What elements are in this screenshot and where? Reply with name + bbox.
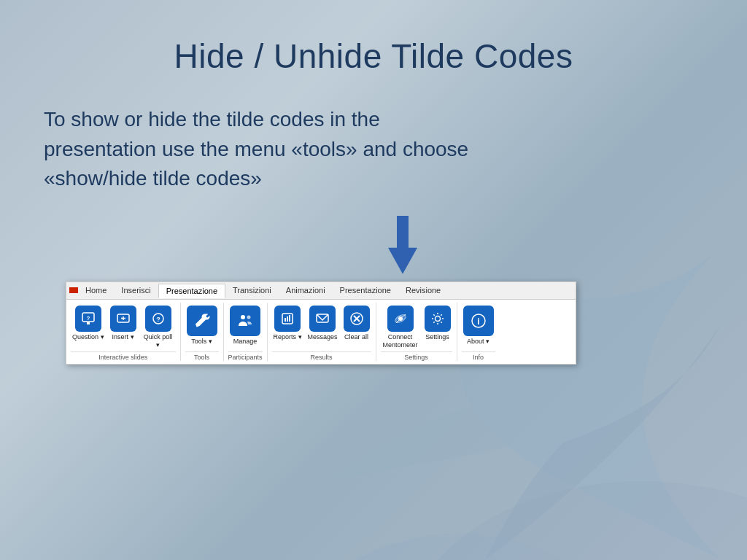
about-icon: i <box>463 306 494 336</box>
ribbon-item-quickpoll[interactable]: ? Quick poll ▾ <box>141 304 176 351</box>
ribbon-tabs-bar: Home Inserisci Presentazione Transizioni… <box>66 282 576 300</box>
ribbon-group-participants: Manage Participants <box>224 303 268 362</box>
ribbon-tab-presentazione[interactable]: Presentazione <box>158 284 225 298</box>
settings-icon <box>425 306 451 332</box>
ribbon-item-question[interactable]: ? Question ▾ <box>71 304 106 343</box>
ribbon-item-tools[interactable]: Tools ▾ <box>185 304 219 347</box>
manage-label: Manage <box>233 338 258 346</box>
ribbon-item-clear-all[interactable]: Clear all <box>342 304 371 343</box>
svg-text:?: ? <box>86 315 90 322</box>
ribbon-item-settings[interactable]: Settings <box>423 304 452 343</box>
settings-group-label: Settings <box>381 351 452 361</box>
ribbon-item-connect[interactable]: Connect Mentometer <box>381 304 420 351</box>
ribbon-item-insert[interactable]: Insert ▾ <box>109 304 138 343</box>
svg-point-22 <box>435 316 440 321</box>
svg-rect-3 <box>87 322 90 324</box>
messages-label: Messages <box>308 333 338 341</box>
participants-label: Participants <box>228 351 263 361</box>
connect-icon <box>387 306 414 332</box>
connect-label: Connect Mentometer <box>382 333 419 349</box>
tools-group-label: Tools <box>185 351 219 361</box>
ribbon-group-info: i About ▾ Info <box>457 303 500 362</box>
ribbon-group-results: Reports ▾ Messages Clear all <box>268 303 376 362</box>
settings-label: Settings <box>425 333 449 341</box>
question-label: Question ▾ <box>72 333 104 341</box>
question-icon: ? <box>75 306 101 332</box>
down-arrow-icon <box>388 216 417 274</box>
reports-icon <box>274 306 301 332</box>
ribbon-interactive-icons: ? Question ▾ Insert ▾ ? <box>71 303 176 352</box>
ribbon-app-icon <box>69 287 78 293</box>
ribbon-tab-transizioni[interactable]: Transizioni <box>225 284 279 297</box>
ribbon-info-icons: i About ▾ <box>462 303 495 352</box>
tools-icon <box>187 306 217 336</box>
tools-label: Tools ▾ <box>191 338 212 346</box>
manage-icon <box>230 306 260 336</box>
ribbon-settings-icons: Connect Mentometer Settings <box>381 303 452 352</box>
ribbon-tab-inserisci[interactable]: Inserisci <box>114 284 158 297</box>
about-label: About ▾ <box>467 338 489 346</box>
svg-point-9 <box>241 315 245 319</box>
clear-all-icon <box>344 306 370 332</box>
ribbon-tab-presentazione2[interactable]: Presentazione <box>333 284 398 297</box>
insert-icon <box>110 306 136 332</box>
reports-label: Reports ▾ <box>274 333 302 341</box>
messages-icon <box>309 306 336 332</box>
ribbon-tab-revisione[interactable]: Revisione <box>398 284 448 297</box>
svg-rect-13 <box>287 316 288 322</box>
ribbon-item-about[interactable]: i About ▾ <box>462 304 495 347</box>
slide-title: Hide / Unhide Tilde Codes <box>44 36 703 76</box>
svg-text:?: ? <box>156 316 160 323</box>
ribbon-group-settings: Connect Mentometer Settings Settings <box>376 303 457 362</box>
info-group-label: Info <box>462 351 495 361</box>
results-label: Results <box>272 351 371 361</box>
ribbon-participants-icons: Manage <box>228 303 262 352</box>
interactive-slides-label: Interactive slides <box>71 351 176 361</box>
ribbon-item-reports[interactable]: Reports ▾ <box>272 304 303 343</box>
ribbon-results-icons: Reports ▾ Messages Clear all <box>272 303 371 352</box>
ribbon-body: ? Question ▾ Insert ▾ ? <box>66 300 576 365</box>
svg-text:i: i <box>477 316 479 327</box>
arrow-container <box>102 216 703 274</box>
ribbon-mockup: Home Inserisci Presentazione Transizioni… <box>66 281 576 365</box>
svg-rect-12 <box>285 318 286 322</box>
insert-label: Insert ▾ <box>112 333 134 341</box>
svg-rect-14 <box>289 315 290 322</box>
body-line3: «show/hide tilde codes» <box>44 167 262 190</box>
svg-point-10 <box>247 315 251 319</box>
ribbon-tab-animazioni[interactable]: Animazioni <box>279 284 333 297</box>
quickpoll-label: Quick poll ▾ <box>142 333 174 349</box>
quickpoll-icon: ? <box>145 306 171 332</box>
ribbon-group-interactive-slides: ? Question ▾ Insert ▾ ? <box>66 303 181 362</box>
clear-all-label: Clear all <box>344 333 368 341</box>
slide-body: To show or hide the tilde codes in the p… <box>44 105 686 194</box>
ribbon-group-tools: Tools ▾ Tools <box>181 303 224 362</box>
ribbon-item-manage[interactable]: Manage <box>228 304 262 347</box>
ribbon-tab-home[interactable]: Home <box>78 284 114 297</box>
body-line1: To show or hide the tilde codes in the <box>44 108 380 131</box>
ribbon-tools-icons: Tools ▾ <box>185 303 219 352</box>
ribbon-item-messages[interactable]: Messages <box>306 304 339 343</box>
body-line2: presentation use the menu «tools» and ch… <box>44 138 468 160</box>
slide-content: Hide / Unhide Tilde Codes To show or hid… <box>0 0 747 386</box>
